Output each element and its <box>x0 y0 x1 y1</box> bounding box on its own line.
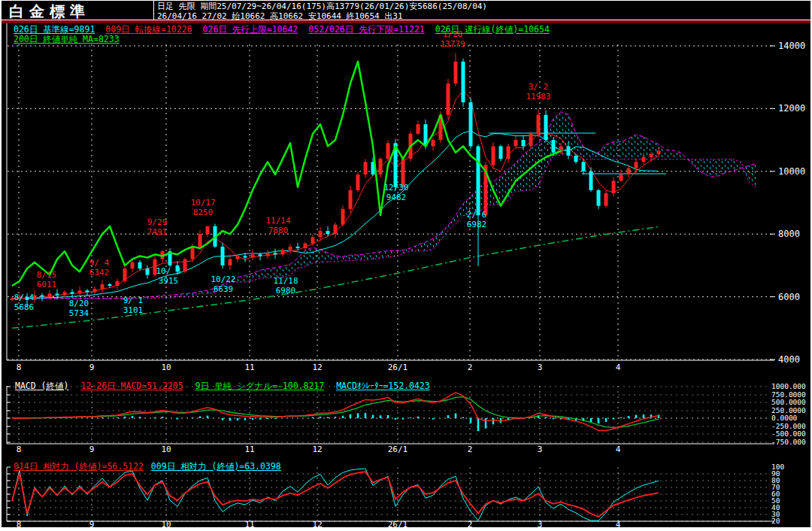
svg-text:12: 12 <box>312 363 322 372</box>
svg-text:13779: 13779 <box>440 39 465 49</box>
legend-macd-line[interactable]: 12-26日 MACD=51.2205 <box>80 381 183 392</box>
svg-text:2/ 6: 2/ 6 <box>467 210 487 220</box>
svg-text:9/ 1: 9/ 1 <box>123 296 144 305</box>
svg-text:7491: 7491 <box>147 227 168 237</box>
rsi9-line <box>12 469 659 520</box>
svg-text:3101: 3101 <box>123 305 144 315</box>
svg-text:8: 8 <box>17 445 22 454</box>
svg-text:6000: 6000 <box>778 292 800 302</box>
svg-text:6982: 6982 <box>467 220 487 229</box>
svg-text:1000.000: 1000.000 <box>771 382 806 390</box>
legend-rsi9[interactable]: 009日 相対力 (終値)=63.0398 <box>151 461 281 472</box>
svg-text:-500.000: -500.000 <box>771 429 806 438</box>
title-separator <box>153 1 154 20</box>
bottom-frame-bar <box>2 527 810 531</box>
legend-macd-title[interactable]: MACD (終値) <box>15 381 68 392</box>
main-price-panel: 1400012000100008000600040008889991010101… <box>7 23 805 529</box>
svg-text:9/ 4: 9/ 4 <box>89 258 110 268</box>
svg-text:10/ 3: 10/ 3 <box>156 266 180 276</box>
svg-text:26/1: 26/1 <box>388 445 408 454</box>
svg-text:8/20: 8/20 <box>69 299 89 308</box>
svg-text:3915: 3915 <box>159 276 179 286</box>
svg-text:6011: 6011 <box>37 280 57 290</box>
svg-text:12/30: 12/30 <box>383 183 408 193</box>
legend-chikou[interactable]: 026日 遅行線(終値)=10654 <box>435 24 550 35</box>
macd-line <box>12 393 659 431</box>
app-window: 1400012000100008000600040008889991010101… <box>0 0 812 531</box>
svg-text:11983: 11983 <box>526 92 550 102</box>
svg-text:3: 3 <box>538 363 543 372</box>
svg-text:8/15: 8/15 <box>37 270 57 280</box>
legend-senko-upper[interactable]: 026日 先行上限=10642 <box>203 24 298 35</box>
svg-text:9/29: 9/29 <box>147 217 168 227</box>
svg-text:5734: 5734 <box>69 308 89 318</box>
svg-text:11/14: 11/14 <box>265 216 290 226</box>
svg-text:2: 2 <box>468 363 473 372</box>
legend-macd-osc[interactable]: MACDｵｼﾚｰﾀｰ=152.0423 <box>336 381 430 392</box>
svg-text:10: 10 <box>161 363 171 372</box>
svg-text:6342: 6342 <box>89 268 110 278</box>
svg-text:26/1: 26/1 <box>388 363 408 372</box>
svg-text:7880: 7880 <box>268 226 289 235</box>
svg-text:4: 4 <box>616 363 621 372</box>
macd-legend-row: MACD (終値) 12-26日 MACD=51.2205 9日 単純 シグナル… <box>15 381 430 392</box>
svg-text:10/22: 10/22 <box>211 275 235 284</box>
svg-text:14000: 14000 <box>778 41 805 51</box>
rsi-legend-row: 014日 相対力 (終値)=56.5122 009日 相対力 (終値)=63.0… <box>14 461 281 472</box>
legend-senko-lower[interactable]: 052/026日 先行下限=11221 <box>308 24 424 35</box>
svg-text:8/ 4: 8/ 4 <box>14 293 35 302</box>
indicator-legend-row2: 200日 終値単純 MA=8233 <box>14 34 120 45</box>
svg-text:-750.000: -750.000 <box>771 438 806 446</box>
svg-text:8: 8 <box>17 363 22 372</box>
svg-text:4: 4 <box>616 445 621 454</box>
svg-text:11/18: 11/18 <box>273 276 298 286</box>
svg-text:11: 11 <box>244 445 254 454</box>
svg-text:3: 3 <box>538 445 543 454</box>
svg-text:4000: 4000 <box>778 354 800 365</box>
title-bar: 白金標準 日足 先限 期間25/07/29~26/04/16(175)高1377… <box>2 1 810 20</box>
svg-text:10000: 10000 <box>778 166 805 177</box>
chart-canvas[interactable]: 1400012000100008000600040008889991010101… <box>2 1 812 531</box>
svg-text:12000: 12000 <box>778 103 805 114</box>
svg-text:11: 11 <box>244 363 254 372</box>
svg-text:10: 10 <box>161 445 171 454</box>
svg-text:12: 12 <box>312 445 322 454</box>
svg-text:6639: 6639 <box>214 284 234 294</box>
accent-bar <box>2 20 810 23</box>
legend-ma200[interactable]: 200日 終値単純 MA=8233 <box>14 34 120 45</box>
svg-text:0.0000: 0.0000 <box>771 414 798 422</box>
svg-text:9: 9 <box>89 445 95 454</box>
svg-text:500.0000: 500.0000 <box>771 398 806 406</box>
svg-text:3/ 2: 3/ 2 <box>529 82 549 92</box>
svg-text:10/17: 10/17 <box>190 198 215 208</box>
svg-text:6980: 6980 <box>276 286 296 296</box>
svg-text:2: 2 <box>468 445 473 454</box>
svg-text:8250: 8250 <box>193 208 214 217</box>
page-title: 白金標準 <box>9 2 90 22</box>
legend-macd-signal[interactable]: 9日 単純 シグナル=-100.8217 <box>195 381 325 392</box>
svg-text:9: 9 <box>89 363 95 372</box>
legend-rsi14[interactable]: 014日 相対力 (終値)=56.5122 <box>14 461 144 472</box>
svg-text:5686: 5686 <box>14 302 35 312</box>
svg-text:9482: 9482 <box>386 193 407 202</box>
svg-text:8000: 8000 <box>778 229 800 239</box>
